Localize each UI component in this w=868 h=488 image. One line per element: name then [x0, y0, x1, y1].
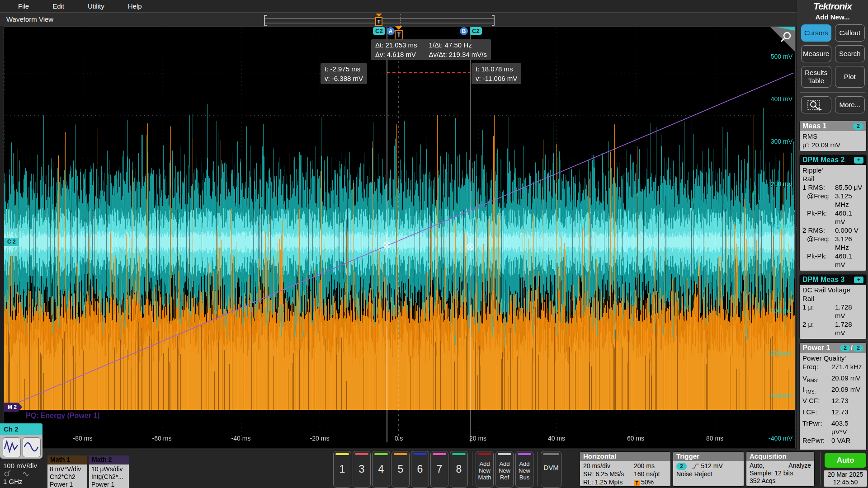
y-axis-label: 300 mV [761, 138, 793, 145]
math2-expression: Intg(Ch2*... [91, 473, 127, 481]
divider [537, 452, 538, 486]
measurement-row: @Freq:3.126 MHz [802, 235, 863, 252]
page-title: Waveform View [6, 15, 53, 23]
y-axis-label: 500 mV [761, 53, 793, 60]
channel2-zero-marker[interactable]: C 2 [4, 238, 19, 246]
tektronix-logo: Tektronix [797, 1, 868, 12]
measurement-row: VRMS:20.09 mV [802, 374, 863, 385]
measurement-row: Pk-Pk:460.1 mV [802, 252, 863, 269]
trigger-panel[interactable]: Trigger 2 512 mV Noise Reject [673, 451, 744, 487]
cursor-a-badge[interactable]: A [387, 27, 395, 35]
add-new-math-button[interactable]: Add New Math [476, 451, 494, 488]
callout-button[interactable]: Callout [835, 24, 865, 42]
measurement-row: Freq:271.4 kHz [802, 362, 863, 374]
trigger-triangle-icon [395, 26, 403, 30]
cursor-b-source-badge[interactable]: C2 [470, 27, 482, 35]
math1-source: Power 1 [50, 481, 85, 488]
menu-edit[interactable]: Edit [41, 2, 76, 10]
divider [820, 452, 821, 486]
cursor-a-source-badge[interactable]: C2 [373, 27, 385, 35]
plot-button[interactable]: Plot [835, 66, 865, 88]
zoom-corner-handle[interactable] [769, 27, 795, 53]
menu-file[interactable]: File [6, 2, 41, 10]
more-button[interactable]: More... [835, 96, 865, 113]
math2-scale: 10 μWs/div [91, 465, 127, 473]
power1-title: Power 1 [802, 344, 830, 352]
panel-drag-handle[interactable]: ⋮⋮ [794, 228, 805, 230]
waveform-style-sine-button[interactable] [23, 437, 41, 457]
channel2-scale[interactable]: 100 mV/div [3, 462, 37, 469]
measurement-row: IRMS:20.09 mV [802, 385, 863, 396]
measurement-row: 2 μ:1.728 mV [802, 320, 863, 337]
math1-title: Math 1 [47, 455, 87, 465]
horizontal-window: 200 ms [634, 462, 667, 470]
zoom-select-button[interactable] [801, 96, 831, 113]
measurement-row: RePwr:0 VAR [802, 436, 863, 447]
measurement-row: V CF:12.73 [802, 396, 863, 408]
waveform-canvas[interactable] [4, 27, 795, 442]
meas1-count-badge[interactable]: 2 [853, 123, 863, 130]
cursor-b-readout[interactable]: t: 18.078 ms v: -11.006 mV [472, 63, 521, 84]
sidebar-divider [800, 92, 865, 93]
measurement-row: I CF:12.73 [802, 408, 863, 419]
meas1-panel[interactable]: Meas 1 2 RMS μ': 20.09 mV [799, 121, 867, 151]
dpm-meas2-add-badge[interactable]: + [854, 157, 863, 164]
add-new-bus-button[interactable]: Add New Bus [515, 451, 533, 488]
trigger-level: 512 mV [701, 462, 722, 469]
x-axis-label: 0 s [384, 435, 413, 442]
y-axis-label: -300 mV [761, 392, 793, 399]
channel-4-button[interactable]: 4 [372, 451, 390, 488]
channel-7-button[interactable]: 7 [430, 451, 448, 488]
math2-energy-label[interactable]: PQ: Energy (Power 1) [26, 412, 100, 420]
channel2-bandwidth[interactable]: 1 GHz [3, 478, 23, 485]
measurement-row: Pk-Pk:460.1 mV [802, 209, 863, 226]
delta-v-value: Δv: 4.618 mV [375, 50, 417, 59]
menu-bar: File Edit Utility Help [0, 0, 797, 12]
date-time-display: 20 Mar 2025 12:45:50 [824, 470, 867, 487]
cursor-delta-readout[interactable]: Δt: 21.053 ms 1/Δt: 47.50 Hz Δv: 4.618 m… [371, 39, 491, 60]
dvm-button[interactable]: DVM [541, 451, 561, 488]
math1-scale: 8 mV*V/div [50, 465, 85, 473]
dpm-meas2-panel[interactable]: DPM Meas 2 + Ripple' Rail 1 RMS:85.50 μV… [799, 155, 867, 271]
dpm-meas3-panel[interactable]: DPM Meas 3 + DC Rail Voltage' Rail 1 μ:1… [799, 274, 867, 339]
math2-title: Math 2 [89, 455, 129, 465]
math1-badge[interactable]: Math 1 8 mV*V/div Ch2*Ch2 Power 1 [47, 455, 87, 488]
dpm-meas3-add-badge[interactable]: + [854, 277, 863, 283]
time: 12:45:50 [824, 479, 867, 486]
run-state-button[interactable]: Auto [825, 453, 866, 468]
cursor-b-time: t: 18.078 ms [476, 64, 517, 74]
search-button[interactable]: Search [835, 45, 865, 62]
channel-5-button[interactable]: 5 [392, 451, 410, 488]
y-axis-label: -200 mV [761, 350, 793, 357]
trigger-mode: Noise Reject [676, 470, 741, 478]
measure-button[interactable]: Measure [801, 45, 831, 62]
cursor-a-readout[interactable]: t: -2.975 ms v: -6.388 mV [321, 63, 367, 84]
horizontal-panel[interactable]: Horizontal 20 ms/div 200 ms SR: 6.25 MS/… [580, 451, 671, 487]
waveform-style-vector-button[interactable] [3, 437, 21, 457]
menu-help[interactable]: Help [116, 2, 154, 10]
horizontal-title: Horizontal [580, 452, 670, 461]
channel2-tab[interactable]: Ch 2 [0, 423, 42, 435]
noise-wave-icon [3, 438, 19, 456]
measurement-row: 1 RMS:85.50 μV [802, 183, 863, 192]
x-axis-label: 80 ms [700, 435, 729, 442]
acquisition-overview-bar[interactable]: T [264, 14, 495, 27]
add-new-ref-button[interactable]: Add New Ref [495, 451, 514, 488]
cursors-button[interactable]: Cursors [801, 24, 831, 42]
channel-8-button[interactable]: 8 [450, 451, 468, 488]
power1-badge-1[interactable]: 2 [840, 345, 850, 352]
cursor-b-badge[interactable]: B [460, 27, 468, 35]
power1-badge-2[interactable]: 2 [853, 345, 863, 352]
channel-3-button[interactable]: 3 [353, 451, 371, 488]
channel-6-button[interactable]: 6 [411, 451, 429, 488]
results-table-button[interactable]: Results Table [801, 66, 831, 88]
trigger-flag[interactable]: T [394, 26, 403, 40]
trigger-t-label: T [395, 30, 403, 40]
math2-badge[interactable]: Math 2 10 μWs/div Intg(Ch2*... Power 1 [89, 455, 129, 488]
cursor-a-voltage: v: -6.388 mV [325, 74, 363, 83]
acquisition-panel[interactable]: Acquisition Auto, Analyze Sample: 12 bit… [746, 451, 815, 487]
dpm-meas2-source: Rail [802, 174, 863, 183]
channel-1-button[interactable]: 1 [333, 451, 351, 488]
acquisition-sample: Sample: 12 bits [750, 469, 811, 477]
menu-utility[interactable]: Utility [76, 2, 116, 10]
